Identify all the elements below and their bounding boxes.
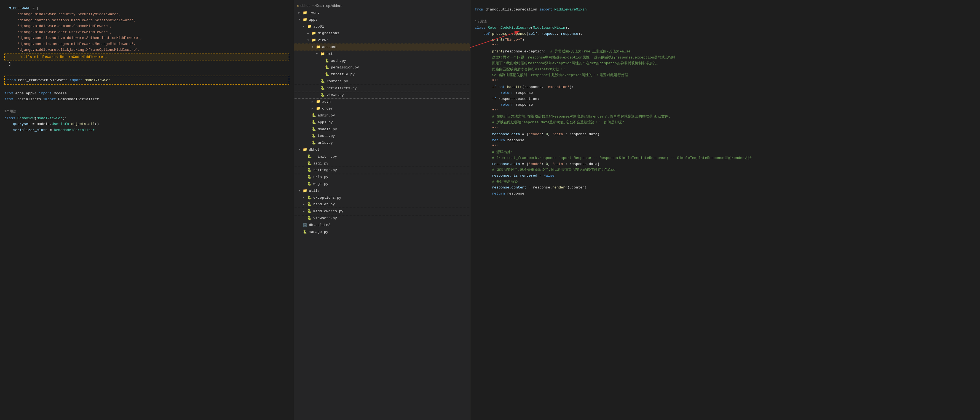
py-icon: 🐍 (307, 154, 312, 160)
tree-item-urls-py[interactable]: 🐍 urls.py (294, 140, 470, 147)
code-line: response.content = response.render().con… (471, 185, 980, 190)
tree-label: utils (309, 188, 320, 194)
code-line: So,当路由匹配失败时，response中是没有exception属性的！！需要… (471, 72, 980, 78)
code-line: 'django.contrib.sessions.middleware.Sess… (5, 18, 289, 23)
tree-item-init-py[interactable]: 🐍 __init__.py (294, 153, 470, 160)
tree-item-apps[interactable]: ▼ 📁 apps (294, 16, 470, 24)
tree-item-admin-py[interactable]: 🐍 admin.py (294, 112, 470, 119)
py-icon: 🐍 (312, 127, 317, 133)
db-icon: 🗄️ (303, 222, 308, 228)
tree-item-db-sqlite[interactable]: 🗄️ db.sqlite3 (294, 222, 470, 229)
tree-item-apps-py[interactable]: 🐍 apps.py (294, 119, 470, 126)
tree-label: app01 (313, 24, 324, 30)
tree-label: db.sqlite3 (309, 222, 330, 228)
tree-label: routers.py (326, 79, 348, 85)
py-icon: 🐍 (312, 140, 317, 146)
tree-item-viewsets-py[interactable]: 🐍 viewsets.py (294, 215, 470, 222)
code-line: from apps.app01 import models (0, 91, 294, 96)
py-icon: 🐍 (325, 58, 330, 64)
tree-item-auth-folder[interactable]: ▶ 📁 auth (294, 99, 470, 105)
code-line: from rest_framework.viewsets import Mode… (7, 77, 286, 83)
tree-label: wsgi.py (313, 181, 328, 187)
tree-item-utils[interactable]: ▼ 📁 utils (294, 188, 470, 195)
tree-label: auth.py (331, 58, 346, 64)
tree-item-views-py[interactable]: 🐍 views.py (294, 92, 470, 99)
tree-label: ext (326, 51, 333, 57)
code-line: # 所以在此处哪给response.data重新赋值,它也不会重新渲染！！ 如何… (471, 120, 980, 125)
py-icon: 🐍 (320, 79, 325, 85)
tree-item-venv[interactable]: ▶ 📁 .venv (294, 10, 470, 16)
right-code-panel: from django.utils.deprecation import Mid… (471, 0, 980, 420)
tree-item-views[interactable]: ▼ 📁 views (294, 37, 470, 44)
tree-item-routers-py[interactable]: 🐍 routers.py (294, 78, 470, 85)
py-icon: 🐍 (307, 202, 312, 208)
tree-item-middlewares-py[interactable]: ▶ 🐍 middlewares.py (294, 208, 470, 215)
tree-label: tests.py (318, 133, 335, 139)
tree-label: throttle.py (331, 72, 355, 78)
arrow-icon: ▶ (303, 203, 307, 207)
tree-item-ext[interactable]: ▼ 📁 ext (294, 51, 470, 57)
arrow-icon: ▶ (303, 209, 307, 214)
code-line: if not hasattr(response, 'exception'): (471, 84, 980, 90)
tree-item-migrations[interactable]: ▶ 📁 migrations (294, 30, 470, 37)
code-line: 回顾下：我们啥时候给response添加exception属性的？在drf的di… (471, 61, 980, 66)
py-icon: 🐍 (307, 209, 312, 214)
py-icon: 🐍 (307, 181, 312, 187)
tree-item-auth-py[interactable]: 🐍 auth.py (294, 57, 470, 65)
tree-item-exceptions-py[interactable]: ▶ 🐍 exceptions.py (294, 195, 470, 201)
arrow-icon: ▼ (298, 18, 303, 22)
code-line: 这里得思考一个问题，response中可能没有exception属性 没有的话执… (471, 54, 980, 61)
class-section: class DemoView(ModelViewSet): queryset =… (0, 115, 294, 134)
folder-icon: 📁 (307, 24, 312, 30)
code-line: """ (471, 108, 980, 114)
code-line: response._is_rendered = False (471, 173, 980, 179)
code-line: 而路由匹配成功后才会执行dispatch方法！！ (471, 67, 980, 72)
tree-item-urls2-py[interactable]: 🐍 urls.py (294, 174, 470, 181)
py-icon: 🐍 (325, 65, 330, 71)
tree-label: auth (322, 99, 331, 105)
code-line: print("Bingo~") (471, 37, 980, 43)
py-icon: 🐍 (312, 113, 317, 119)
py-icon: 🐍 (307, 161, 312, 167)
code-line: class ReturnCodeMiddleware(MiddlewareMix… (471, 25, 980, 30)
tree-item-models-py[interactable]: 🐍 models.py (294, 126, 470, 133)
tree-item-permission-py[interactable]: 🐍 permission.py (294, 64, 470, 71)
tree-item-asgi-py[interactable]: 🐍 asgi.py (294, 160, 470, 167)
arrow-icon: ▶ (307, 32, 312, 36)
tree-item-manage-py[interactable]: 🐍 manage.py (294, 229, 470, 236)
tree-item-dbhot-folder[interactable]: ▼ 📁 dbhot (294, 147, 470, 153)
tree-item-order[interactable]: ▶ 📁 order (294, 105, 470, 112)
code-line: # 在执行该方法之前,在视图函数里的Response对象底层已经render了,… (471, 114, 980, 120)
tree-label: account (322, 45, 337, 50)
tree-item-throttle-py[interactable]: 🐍 throttle.py (294, 71, 470, 78)
code-line: queryset = models.UserInfo.objects.all() (0, 121, 294, 127)
tree-item-tests-py[interactable]: 🐍 tests.py (294, 133, 470, 140)
code-line: """ (471, 143, 980, 149)
code-line: 'django.middleware.csrf.CsrfViewMiddlewa… (5, 29, 289, 35)
tree-item-account[interactable]: ▼ 📁 account (294, 44, 470, 51)
py-icon: 🐍 (312, 133, 317, 139)
folder-icon: 📁 (303, 10, 308, 16)
tree-label: permission.py (331, 65, 359, 71)
highlighted-middleware-line: 'utils.middlewares.ReturnCodeMiddleware'… (5, 54, 289, 61)
folder-icon: ▷ (297, 4, 299, 8)
arrow-icon: ▶ (312, 107, 316, 111)
code-line: print(response.exception) # 异常返回-其值为True… (471, 49, 980, 54)
code-line: from .serializers import DemoModelSerial… (0, 96, 294, 102)
py-icon: 🐍 (307, 168, 312, 173)
tree-label: .venv (309, 10, 320, 16)
folder-icon: 📁 (303, 147, 308, 153)
tree-item-app01[interactable]: ▼ 📁 app01 (294, 24, 470, 30)
tree-item-wsgi-py[interactable]: 🐍 wsgi.py (294, 181, 470, 188)
arrow-icon: ▼ (316, 52, 320, 56)
tree-item-serializers-py[interactable]: 🐍 serializers.py (294, 85, 470, 92)
code-line: # 开始重新渲染 (471, 179, 980, 185)
code-line: 'django.middleware.common.CommonMiddlewa… (5, 23, 289, 29)
py-icon: 🐍 (320, 86, 325, 91)
code-line: if response.exception: (471, 96, 980, 102)
code-line: return response (471, 191, 980, 196)
tree-item-settings-py[interactable]: 🐍 settings.py (294, 167, 470, 174)
right-panel-content: from django.utils.deprecation import Mid… (471, 3, 980, 196)
code-line: 'django.contrib.auth.middleware.Authenti… (5, 35, 289, 41)
tree-item-handler-py[interactable]: ▶ 🐍 handler.py (294, 201, 470, 208)
